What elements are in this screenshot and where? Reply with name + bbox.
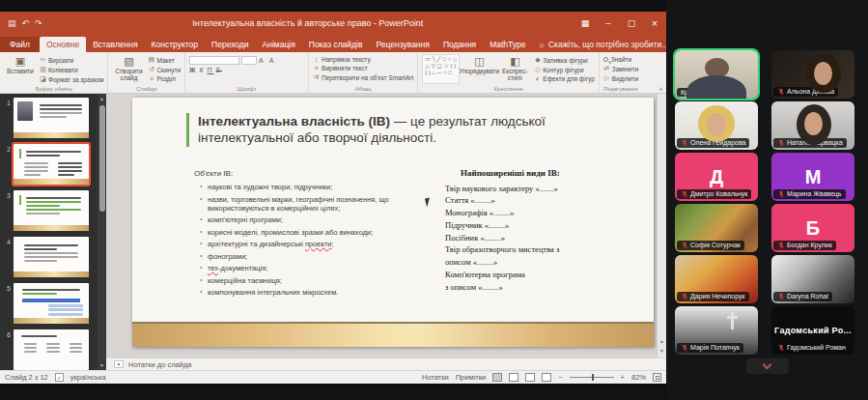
notes-bar[interactable]: ▼ Нотатки до слайда	[106, 357, 666, 370]
ribbon-display-options-icon[interactable]: ▦	[574, 12, 597, 35]
new-slide-button[interactable]: ▧ Створити слайд	[112, 54, 145, 84]
participant-tile-diakova[interactable]: Альона Дякова	[771, 50, 854, 99]
shape-effects-button[interactable]: ◐Ефекти для фігур	[534, 75, 595, 82]
minimize-button[interactable]: –	[597, 12, 620, 35]
thumbnail-scrollbar[interactable]: ▲ ▼	[98, 94, 106, 370]
current-slide[interactable]: Інтелектуальна власність (ІВ) — це резул…	[132, 98, 654, 347]
reset-button[interactable]: ↺Скинути	[148, 66, 181, 73]
mic-muted-icon	[777, 139, 785, 147]
participant-tile-zhvavets[interactable]: М Марина Жвавець	[771, 153, 854, 201]
section-button[interactable]: ≡Розділ	[148, 75, 181, 82]
participant-name-label: Наталія Карвацка	[773, 138, 847, 149]
paste-button[interactable]: ▣ Вставити	[4, 54, 37, 84]
tab-transitions[interactable]: Переходи	[205, 37, 256, 52]
slide-title[interactable]: Інтелектуальна власність (ІВ) — це резул…	[186, 113, 596, 147]
notes-collapse-icon[interactable]: ▼	[114, 360, 124, 368]
participant-tile-rohal[interactable]: Daryna Rohal	[771, 255, 854, 303]
italic-button[interactable]: К	[199, 67, 205, 73]
slide-sorter-view-button[interactable]	[509, 373, 518, 382]
redo-icon[interactable]: ↷	[35, 18, 42, 28]
participant-tile-krulyk[interactable]: Б Богдан Крулик	[771, 204, 854, 252]
select-icon: ▷	[603, 74, 610, 82]
cut-button[interactable]: ✂Вирізати	[40, 56, 103, 64]
undo-icon[interactable]: ↶	[22, 18, 30, 28]
tab-home[interactable]: Основне	[40, 37, 86, 52]
participant-tile-kravchyk[interactable]: Кравчик Юрій	[675, 50, 758, 99]
tab-file[interactable]: Файл	[0, 37, 40, 52]
language-indicator[interactable]: українська	[70, 373, 106, 382]
shape-fill-button[interactable]: ◆Заливка фігури	[534, 56, 595, 64]
underline-button[interactable]: П	[208, 67, 214, 73]
tab-insert[interactable]: Вставлення	[86, 37, 144, 52]
tell-me-box[interactable]: ☼ Скажіть, що потрібно зробити...	[533, 37, 675, 52]
slide-kinds-list[interactable]: Найпоширеніші види ІВ: Твір наукового ха…	[445, 167, 621, 293]
slide-thumbnail-1[interactable]: 1	[0, 98, 106, 138]
slide-thumbnail-2-selected[interactable]: 2	[0, 144, 106, 185]
tab-animations[interactable]: Анімація	[256, 37, 302, 52]
text-direction-button[interactable]: ↕Напрямок тексту	[313, 56, 413, 63]
notes-toggle[interactable]: Нотатки	[422, 373, 449, 382]
bullet-item: назви, торговельні марки, географічні по…	[208, 195, 441, 213]
shape-outline-button[interactable]: ◇Контур фігури	[534, 66, 595, 73]
slide-scrollbar[interactable]: ▲ ▼	[657, 94, 666, 357]
maximize-button[interactable]: ▢	[620, 12, 643, 35]
tab-slideshow[interactable]: Показ слайдів	[302, 37, 370, 52]
font-size-box[interactable]	[241, 56, 257, 65]
slide-thumbnail-5[interactable]: 5	[0, 283, 106, 324]
quick-access-toolbar: ▤ ↶ ↷	[8, 18, 42, 28]
mic-muted-icon	[681, 242, 688, 249]
participant-tile-kovalchuk[interactable]: Д Дмитро Ковальчук	[675, 153, 758, 201]
participant-tile-heidarova[interactable]: Олена Гейдарова	[675, 101, 758, 150]
zoom-level[interactable]: 82%	[631, 373, 646, 382]
select-button[interactable]: ▷Виділити	[603, 74, 638, 82]
participant-name-label: Марина Жвавець	[773, 189, 846, 200]
tab-review[interactable]: Рецензування	[369, 37, 435, 52]
slideshow-view-button[interactable]	[542, 373, 551, 382]
align-text-button[interactable]: ≡Вирівняти текст	[313, 65, 413, 71]
bold-button[interactable]: Ж	[189, 67, 197, 73]
participant-tile-soturchak[interactable]: Софія Сотурчак	[675, 204, 758, 252]
layout-button[interactable]: ▤Макет	[148, 56, 181, 64]
format-painter-button[interactable]: ◪Формат за зразком	[40, 75, 103, 83]
grow-shrink-font-icons[interactable]: А A	[259, 57, 275, 64]
mic-muted-icon	[681, 139, 688, 147]
zoom-slider[interactable]	[570, 377, 614, 378]
tab-mathtype[interactable]: MathType	[483, 37, 532, 52]
tab-design[interactable]: Конструктор	[145, 37, 205, 52]
quick-styles-icon: ◧	[510, 55, 519, 67]
smartart-button[interactable]: ⇉Перетворити на об'єкт SmartArt	[313, 73, 413, 81]
reading-view-button[interactable]	[525, 373, 535, 382]
quick-styles-button[interactable]: ◧ Експрес-стилі	[498, 54, 531, 84]
spellcheck-icon[interactable]: ✓	[55, 373, 64, 382]
tab-view[interactable]: Подання	[436, 37, 483, 52]
zoom-out-button[interactable]: −	[558, 373, 562, 382]
participant-name-label: Олена Гейдарова	[677, 138, 749, 149]
close-button[interactable]: ×	[643, 12, 666, 35]
comments-toggle[interactable]: Примітки	[456, 373, 486, 382]
collapse-ribbon-icon[interactable]: ∧	[659, 85, 663, 92]
ribbon-tabs: Файл Основне Вставлення Конструктор Пере…	[0, 35, 666, 52]
save-icon[interactable]: ▤	[8, 18, 16, 28]
more-participants-button[interactable]	[746, 358, 789, 374]
bullet-item: комерційна таємниця;	[208, 276, 441, 285]
fit-to-window-icon[interactable]	[653, 373, 661, 382]
replace-button[interactable]: ⇄Замінити	[603, 65, 638, 72]
zoom-in-button[interactable]: +	[621, 373, 625, 382]
strikethrough-button[interactable]: S	[216, 67, 223, 73]
copy-button[interactable]: ▥Копіювати	[40, 66, 103, 73]
slide-thumbnail-3[interactable]: 3	[0, 190, 106, 231]
font-name-box[interactable]	[189, 56, 239, 65]
participant-tile-karvatska[interactable]: Наталія Карвацка	[771, 101, 854, 150]
participant-tile-nechyporuk[interactable]: Дария Нечипорук	[675, 255, 758, 303]
section-icon: ≡	[148, 75, 154, 82]
find-button[interactable]: Знайти	[603, 56, 638, 63]
participant-tile-hadomskyi[interactable]: Гадомський Ро... Гадомський Роман	[771, 306, 854, 355]
slide-thumbnail-4[interactable]: 4	[0, 237, 106, 277]
slide-objects-list[interactable]: Об'єкти ІВ: наукові та художні твори, пі…	[194, 169, 441, 300]
shapes-gallery[interactable]: ▭ ╲ ╱ □ ○ ◇ △ ▽ ◻ ☆ ( ) { } ⌂ ─ ○ □	[422, 54, 460, 84]
paste-icon: ▣	[15, 55, 25, 67]
slide-thumbnail-6[interactable]: 6	[0, 329, 106, 370]
normal-view-button[interactable]	[492, 373, 502, 382]
arrange-button[interactable]: ◫ Упорядкувати	[462, 54, 495, 84]
participant-tile-potapchuk[interactable]: Марія Потапчук	[675, 306, 758, 355]
